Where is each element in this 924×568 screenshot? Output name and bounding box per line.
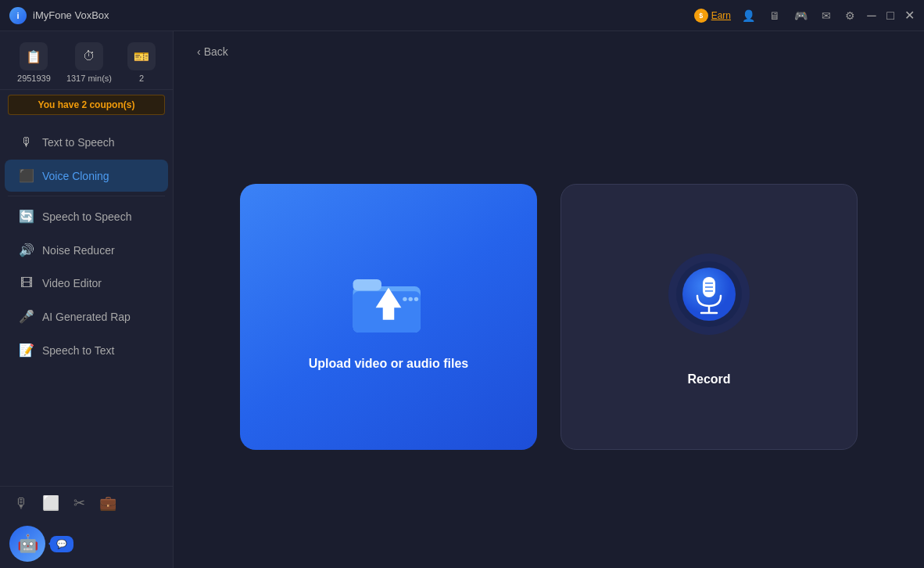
- content-area: ‹ Back: [174, 31, 924, 568]
- app-logo: i: [9, 7, 27, 24]
- coupons-icon: 🎫: [127, 42, 156, 70]
- text-to-speech-icon: 🎙: [19, 135, 34, 149]
- stat-chars: 📋 2951939: [17, 42, 51, 83]
- upload-folder-icon: [349, 263, 428, 341]
- svg-point-3: [403, 297, 406, 301]
- speech-to-speech-icon: 🔄: [19, 209, 34, 224]
- ai-rap-icon: 🎤: [19, 309, 34, 324]
- sidebar-item-label: Speech to Speech: [42, 210, 131, 223]
- mail-icon[interactable]: ✉: [818, 8, 834, 23]
- coupons-value: 2: [139, 74, 144, 83]
- sidebar-footer: 🤖 💬: [0, 519, 173, 568]
- svg-rect-1: [353, 279, 381, 291]
- minutes-icon: ⏱: [75, 42, 103, 70]
- sidebar-item-speech-to-speech[interactable]: 🔄 Speech to Speech: [5, 200, 168, 232]
- content-header: ‹ Back: [174, 31, 924, 66]
- earn-label: Earn: [711, 10, 731, 21]
- back-label: Back: [204, 45, 228, 58]
- minimize-button[interactable]: ─: [866, 10, 877, 21]
- svg-point-5: [414, 297, 418, 301]
- sidebar-item-label: Voice Cloning: [42, 170, 109, 182]
- mic-wrapper: [658, 247, 760, 349]
- noise-reducer-icon: 🔊: [19, 243, 34, 257]
- discord-icon[interactable]: 🎮: [791, 8, 811, 23]
- sidebar-item-label: Video Editor: [42, 277, 102, 289]
- sidebar-item-label: Noise Reducer: [42, 244, 115, 257]
- maximize-button[interactable]: □: [885, 10, 896, 21]
- sidebar-stats: 📋 2951939 ⏱ 1317 min(s) 🎫 2: [0, 31, 173, 90]
- sidebar-item-label: Speech to Text: [42, 344, 114, 357]
- upload-icon-container: [349, 263, 428, 341]
- record-card[interactable]: Record: [560, 184, 858, 450]
- user-icon[interactable]: 👤: [739, 8, 758, 23]
- back-button[interactable]: ‹ Back: [197, 45, 228, 58]
- title-bar: i iMyFone VoxBox $ Earn 👤 🖥 🎮 ✉ ⚙ ─ □ ✕: [0, 0, 924, 31]
- cards-container: Upload video or audio files: [174, 66, 924, 568]
- sidebar-item-text-to-speech[interactable]: 🎙 Text to Speech: [5, 127, 168, 158]
- stat-minutes: ⏱ 1317 min(s): [66, 42, 112, 83]
- sidebar-item-speech-to-text[interactable]: 📝 Speech to Text: [5, 334, 168, 366]
- chat-bubble: 💬: [50, 536, 73, 552]
- title-bar-right: $ Earn 👤 🖥 🎮 ✉ ⚙ ─ □ ✕: [694, 8, 915, 23]
- mic-bottom-icon[interactable]: 🎙: [14, 495, 28, 512]
- sidebar-item-video-editor[interactable]: 🎞 Video Editor: [5, 268, 168, 299]
- sidebar-item-voice-cloning[interactable]: ⬛ Voice Cloning: [5, 160, 168, 192]
- microphone-icon: [658, 247, 760, 349]
- svg-point-4: [408, 297, 412, 301]
- sidebar: 📋 2951939 ⏱ 1317 min(s) 🎫 2 You have 2 c…: [0, 31, 174, 568]
- back-chevron-icon: ‹: [197, 45, 201, 58]
- sidebar-item-label: Text to Speech: [42, 136, 115, 149]
- stat-coupons: 🎫 2: [127, 42, 156, 83]
- chars-icon: 📋: [20, 42, 48, 70]
- upload-label: Upload video or audio files: [309, 357, 468, 371]
- chars-value: 2951939: [17, 74, 51, 83]
- main-layout: 📋 2951939 ⏱ 1317 min(s) 🎫 2 You have 2 c…: [0, 31, 924, 568]
- crop-bottom-icon[interactable]: ⬜: [42, 494, 59, 512]
- nav-divider-1: [8, 196, 165, 196]
- sidebar-item-noise-reducer[interactable]: 🔊 Noise Reducer: [5, 234, 168, 266]
- record-label: Record: [687, 372, 730, 386]
- briefcase-bottom-icon[interactable]: 💼: [99, 494, 116, 512]
- scissors-bottom-icon[interactable]: ✂: [73, 494, 85, 512]
- earn-button[interactable]: $ Earn: [694, 9, 731, 23]
- settings-icon[interactable]: ⚙: [842, 8, 858, 23]
- chatbot-avatar[interactable]: 🤖: [9, 526, 45, 562]
- earn-coin-icon: $: [694, 9, 708, 23]
- upload-card[interactable]: Upload video or audio files: [240, 184, 537, 450]
- coupon-banner: You have 2 coupon(s): [8, 95, 165, 115]
- monitor-icon[interactable]: 🖥: [766, 8, 783, 23]
- title-bar-left: i iMyFone VoxBox: [9, 7, 694, 24]
- sidebar-nav: 🎙 Text to Speech ⬛ Voice Cloning 🔄 Speec…: [0, 120, 173, 486]
- close-button[interactable]: ✕: [904, 10, 915, 21]
- sidebar-item-label: AI Generated Rap: [42, 311, 131, 323]
- voice-cloning-icon: ⬛: [19, 168, 34, 183]
- speech-to-text-icon: 📝: [19, 343, 34, 358]
- sidebar-bottom-icons: 🎙 ⬜ ✂ 💼: [0, 486, 173, 519]
- app-title: iMyFone VoxBox: [33, 9, 109, 21]
- sidebar-item-ai-generated-rap[interactable]: 🎤 AI Generated Rap: [5, 300, 168, 333]
- video-editor-icon: 🎞: [19, 276, 34, 290]
- minutes-value: 1317 min(s): [66, 74, 112, 83]
